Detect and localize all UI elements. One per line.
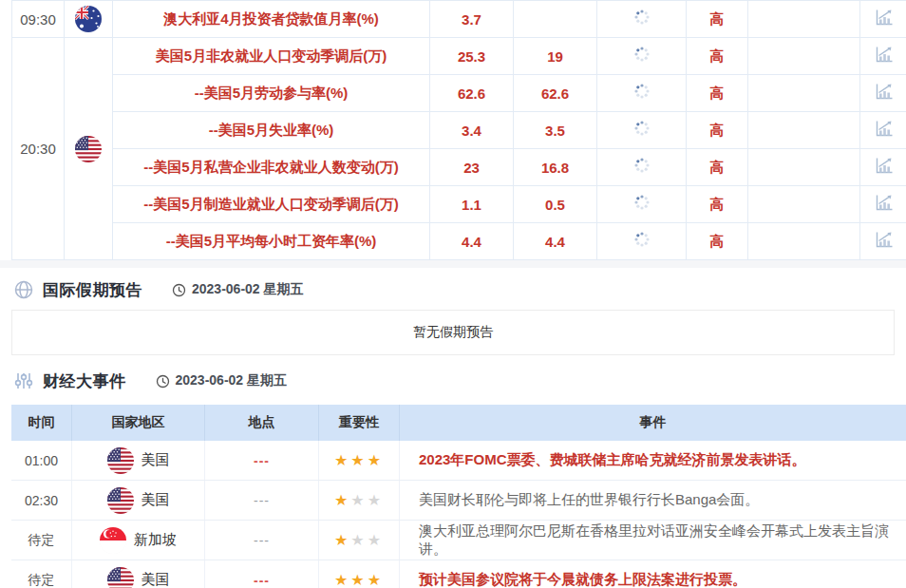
event-location: --- <box>204 441 318 480</box>
loading-spinner-icon <box>633 120 651 137</box>
indicator-name: --美国5月私营企业非农就业人数变动(万) <box>113 149 430 186</box>
actual-value-cell <box>597 38 687 75</box>
indicator-name: 美国5月非农就业人口变动季调后(万) <box>113 38 430 75</box>
gold-stars: ★ <box>334 491 350 509</box>
effect-cell <box>748 75 860 112</box>
event-time: 待定 <box>11 560 71 588</box>
trend-chart-icon <box>873 44 894 65</box>
header-event: 事件 <box>399 405 906 441</box>
indicator-name: --美国5月平均每小时工资年率(%) <box>113 223 430 260</box>
events-section-title: 财经大事件 <box>43 370 126 392</box>
singapore-flag-icon <box>100 527 126 554</box>
chart-cell <box>860 186 906 223</box>
forecast-value: 3.5 <box>514 112 597 149</box>
chart-cell <box>860 38 906 75</box>
events-table-header: 时间 国家地区 地点 重要性 事件 <box>11 405 906 441</box>
usa-flag-icon <box>107 487 134 514</box>
trend-chart-button[interactable] <box>873 155 894 176</box>
forecast-value: 19 <box>514 38 597 75</box>
trend-chart-icon <box>873 81 894 102</box>
event-time: 02:30 <box>11 481 71 520</box>
trend-chart-button[interactable] <box>873 229 894 250</box>
actual-value-cell <box>597 149 687 186</box>
gold-stars: ★★★ <box>334 571 384 588</box>
table-row: --美国5月制造业就业人口变动季调后(万) 1.1 0.5 高 <box>12 186 906 223</box>
trend-chart-button[interactable] <box>873 192 894 213</box>
previous-value: 4.4 <box>430 223 514 260</box>
actual-value-cell <box>597 223 687 260</box>
event-time: 20:30 <box>12 38 65 260</box>
loading-spinner-icon <box>633 194 651 211</box>
holiday-section-title: 国际假期预告 <box>43 279 142 301</box>
trend-chart-button[interactable] <box>873 118 894 139</box>
gray-stars: ★★ <box>350 491 384 509</box>
trend-chart-icon <box>873 192 894 213</box>
previous-value: 25.3 <box>430 38 514 75</box>
importance-stars: ★★★ <box>318 560 399 588</box>
holiday-section-date: 2023-06-02 星期五 <box>172 281 304 298</box>
events-table: 时间 国家地区 地点 重要性 事件 01:00 美国 --- ★★★ 2023年… <box>11 405 906 588</box>
actual-value-cell <box>597 186 687 223</box>
actual-value-cell <box>597 112 687 149</box>
holiday-empty-state: 暂无假期预告 <box>11 310 895 355</box>
chart-cell <box>860 1 906 38</box>
importance-badge: 高 <box>687 75 748 112</box>
globe-icon <box>13 279 34 300</box>
event-location: --- <box>204 481 318 520</box>
previous-value: 3.4 <box>430 112 514 149</box>
effect-cell <box>748 38 860 75</box>
previous-value: 62.6 <box>430 75 514 112</box>
importance-badge: 高 <box>687 38 748 75</box>
effect-cell <box>748 186 860 223</box>
forecast-value <box>514 1 597 38</box>
loading-spinner-icon <box>633 231 651 248</box>
australia-flag-icon <box>75 6 102 32</box>
effect-cell <box>748 1 860 38</box>
gold-stars: ★ <box>334 531 350 549</box>
table-row: 20:30 <box>12 38 906 75</box>
country-name: 美国 <box>142 451 170 469</box>
flag-cell <box>65 1 113 38</box>
importance-badge: 高 <box>687 149 748 186</box>
previous-value: 3.7 <box>430 1 514 38</box>
importance-badge: 高 <box>687 186 748 223</box>
importance-stars: ★★★ <box>318 521 399 560</box>
events-date-text: 2023-06-02 星期五 <box>176 372 288 389</box>
usa-flag-icon <box>107 447 134 474</box>
event-row: 01:00 美国 --- ★★★ 2023年FOMC票委、费城联储主席哈克就经济… <box>11 441 906 481</box>
actual-value-cell <box>597 75 687 112</box>
usa-flag-icon <box>107 567 134 588</box>
event-time: 09:30 <box>12 1 65 38</box>
event-location: --- <box>204 560 318 588</box>
forecast-value: 62.6 <box>514 75 597 112</box>
forecast-value: 4.4 <box>514 223 597 260</box>
event-description: 美国财长耶伦与即将上任的世界银行行长Banga会面。 <box>399 481 906 520</box>
trend-chart-icon <box>873 7 894 28</box>
previous-value: 1.1 <box>430 186 514 223</box>
clock-icon <box>156 374 170 389</box>
trend-chart-icon <box>873 118 894 139</box>
loading-spinner-icon <box>633 157 651 174</box>
events-section-date: 2023-06-02 星期五 <box>156 372 288 389</box>
event-country: 美国 <box>71 560 204 588</box>
event-location: --- <box>204 521 318 560</box>
loading-spinner-icon <box>633 9 651 26</box>
event-time: 01:00 <box>11 441 71 480</box>
chart-cell <box>860 149 906 186</box>
event-time: 待定 <box>11 521 71 560</box>
previous-value: 23 <box>430 149 514 186</box>
gray-stars: ★★ <box>350 531 384 549</box>
importance-badge: 高 <box>687 1 748 38</box>
flag-cell <box>65 38 113 260</box>
importance-stars: ★★★ <box>318 481 399 520</box>
importance-badge: 高 <box>687 112 748 149</box>
trend-chart-button[interactable] <box>873 44 894 65</box>
holiday-section-header: 国际假期预告 2023-06-02 星期五 <box>13 277 906 302</box>
trend-chart-button[interactable] <box>873 7 894 28</box>
table-row: 09:30 <box>12 1 906 38</box>
trend-chart-button[interactable] <box>873 81 894 102</box>
clock-icon <box>172 283 186 297</box>
effect-cell <box>748 149 860 186</box>
event-description: 预计美国参议院将于今晨就债务上限法案进行投票。 <box>399 560 906 588</box>
country-name: 新加坡 <box>134 531 177 549</box>
